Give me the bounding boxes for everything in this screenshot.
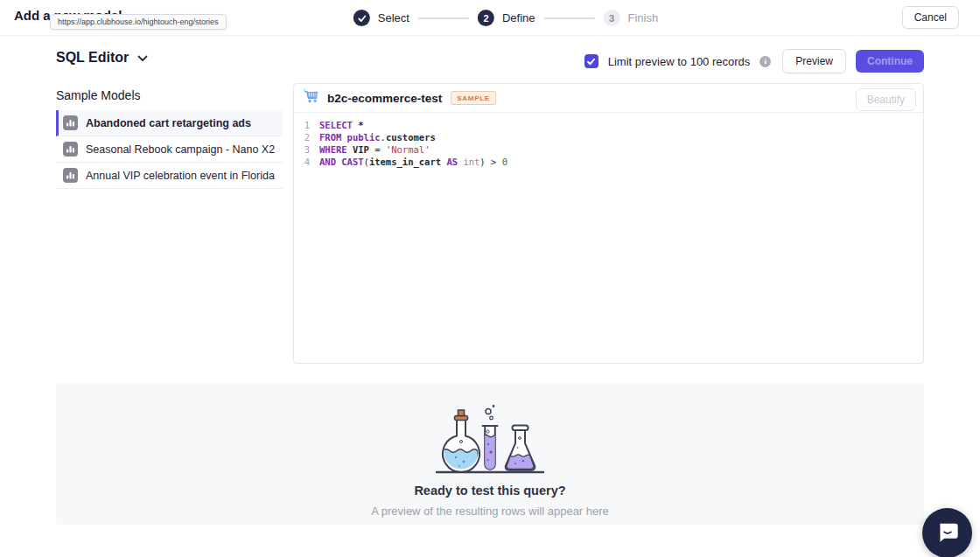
preview-title: Ready to test this query? [56, 484, 924, 498]
stepper: Select 2 Define 3 Finish [354, 0, 658, 36]
code-line: 1SELECT * [294, 119, 923, 131]
preview-controls: Limit preview to 100 records i Preview C… [584, 50, 924, 73]
limit-label: Limit preview to 100 records [608, 55, 751, 68]
step-finish: 3 Finish [604, 10, 659, 26]
shopping-cart-icon [303, 87, 320, 108]
bar-chart-icon [63, 168, 78, 183]
code-line: 2FROM public.customers [294, 131, 923, 143]
chevron-down-icon [137, 50, 148, 66]
sample-badge: SAMPLE [451, 91, 496, 105]
flasks-illustration [56, 394, 924, 480]
url-tooltip: https://app.clubhouse.io/hightouch-eng/s… [50, 14, 227, 30]
limit-checkbox[interactable] [584, 54, 598, 68]
model-item-label: Abandoned cart retargeting ads [86, 117, 251, 129]
step-connector [418, 17, 469, 19]
model-item-label: Annual VIP celebration event in Florida [86, 170, 275, 182]
preview-button[interactable]: Preview [782, 49, 846, 73]
line-number: 4 [294, 156, 310, 168]
bar-chart-icon [63, 142, 78, 157]
step-number: 2 [478, 10, 494, 26]
model-item-label: Seasonal Rebook campaign - Nano X2 [86, 143, 275, 156]
preview-subtitle: A preview of the resulting rows will app… [56, 505, 924, 518]
sample-model-item[interactable]: Seasonal Rebook campaign - Nano X2 [56, 136, 283, 163]
step-number: 3 [604, 10, 620, 26]
continue-button[interactable]: Continue [856, 50, 924, 73]
bar-chart-icon [63, 115, 78, 130]
preview-placeholder-panel: Ready to test this query? A preview of t… [56, 383, 924, 525]
sql-panel-header: b2c-ecommerce-test SAMPLE Beautify [294, 84, 923, 113]
sample-model-item[interactable]: Annual VIP celebration event in Florida [56, 163, 283, 189]
cancel-button[interactable]: Cancel [902, 6, 959, 29]
info-icon[interactable]: i [760, 56, 771, 67]
sample-model-item[interactable]: Abandoned cart retargeting ads [56, 110, 283, 136]
top-header: Add a new model https://app.clubhouse.io… [0, 0, 980, 36]
beautify-button[interactable]: Beautify [856, 88, 916, 111]
code-line: 4AND CAST(items_in_cart AS int) > 0 [294, 156, 923, 168]
editor-type-dropdown[interactable]: SQL Editor [56, 50, 148, 66]
model-name: b2c-ecommerce-test [327, 92, 442, 105]
chat-launcher-button[interactable] [922, 508, 972, 557]
chat-bubble-icon [935, 519, 960, 547]
step-connector [544, 17, 595, 19]
add-model-page: Add a new model https://app.clubhouse.io… [0, 0, 980, 557]
code-line: 3WHERE VIP = 'Normal' [294, 143, 923, 156]
line-number: 3 [294, 143, 310, 156]
sql-code-editor[interactable]: 1SELECT *2FROM public.customers3WHERE VI… [294, 113, 923, 357]
code-lines: 1SELECT *2FROM public.customers3WHERE VI… [294, 119, 923, 168]
step-select[interactable]: Select [354, 10, 410, 26]
line-number: 1 [294, 119, 310, 131]
sample-models-list: Abandoned cart retargeting ads Seasonal … [56, 110, 283, 189]
step-define[interactable]: 2 Define [478, 10, 536, 26]
sample-models-heading: Sample Models [56, 88, 141, 102]
sql-editor-panel: b2c-ecommerce-test SAMPLE Beautify 1SELE… [293, 83, 924, 364]
line-number: 2 [294, 131, 310, 143]
step-check-icon [354, 10, 370, 26]
